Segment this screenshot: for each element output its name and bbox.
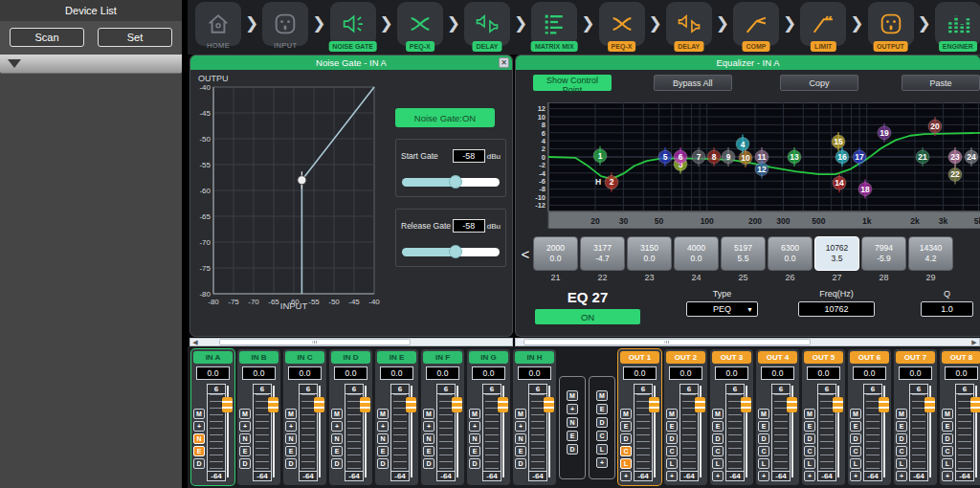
channel-button-d[interactable]: D xyxy=(193,458,205,469)
channel-button-e[interactable]: E xyxy=(331,446,343,456)
eq-q-input[interactable]: 1.0 xyxy=(921,301,973,317)
channel-button-d[interactable]: D xyxy=(896,433,907,444)
channel-gain-value[interactable]: 0.0 xyxy=(761,366,794,380)
channel-header[interactable]: OUT 2 xyxy=(666,351,705,364)
channel-gain-value[interactable]: 0.0 xyxy=(242,366,276,380)
bypass-all-button[interactable]: Bypass All xyxy=(654,75,732,91)
eq-freq-input[interactable]: 10762 xyxy=(798,301,875,317)
eq-band-button-29[interactable]: 143404.2 xyxy=(908,236,953,271)
channel-gain-value[interactable]: 0.0 xyxy=(807,366,840,380)
fader-handle[interactable] xyxy=(970,397,980,412)
channel-header[interactable]: IN D xyxy=(331,351,370,364)
noise-gate-hscrollbar[interactable]: ◀ xyxy=(189,338,513,346)
fader-slider[interactable] xyxy=(361,386,369,477)
channel-button-+[interactable]: + xyxy=(712,471,724,481)
toolbar-item-delay[interactable]: DELAY xyxy=(460,0,514,55)
channel-button-m[interactable]: M xyxy=(896,409,907,419)
channel-button-m[interactable]: M xyxy=(758,409,769,419)
channel-button-+[interactable]: + xyxy=(469,421,480,432)
release-gate-slider-handle[interactable] xyxy=(449,245,462,258)
channel-button-m[interactable]: M xyxy=(620,409,632,419)
channel-button-e[interactable]: E xyxy=(423,446,434,456)
channel-button-e[interactable]: E xyxy=(515,446,526,456)
fader-slider[interactable] xyxy=(788,386,796,477)
channel-button-e[interactable]: E xyxy=(712,421,724,432)
channel-button-c[interactable]: C xyxy=(758,446,769,456)
set-button[interactable]: Set xyxy=(98,28,172,47)
copy-button[interactable]: Copy xyxy=(780,75,858,91)
paste-button[interactable]: Paste xyxy=(902,75,980,91)
channel-button-n[interactable]: N xyxy=(377,433,389,444)
channel-button-m[interactable]: M xyxy=(193,409,205,419)
channel-header[interactable]: IN A xyxy=(193,351,233,364)
channel-button-d[interactable]: D xyxy=(377,458,389,469)
channel-header[interactable]: OUT 7 xyxy=(896,351,935,364)
fader-slider[interactable] xyxy=(315,386,323,477)
scrollbar-thumb[interactable] xyxy=(219,339,411,345)
channel-header[interactable]: IN C xyxy=(285,351,324,364)
channel-header[interactable]: IN F xyxy=(423,351,462,364)
channel-button-l[interactable]: L xyxy=(712,458,724,469)
toolbar-item-enginer[interactable]: ENGINER xyxy=(931,0,980,55)
fader-slider[interactable] xyxy=(545,386,553,477)
toolbar-item-peq-x[interactable]: PEQ-X xyxy=(595,0,649,55)
bus-button-m[interactable]: M xyxy=(596,390,608,401)
fader-handle[interactable] xyxy=(649,397,659,412)
channel-button-n[interactable]: N xyxy=(423,433,434,444)
fader-slider[interactable] xyxy=(971,386,980,477)
channel-button-c[interactable]: C xyxy=(942,446,953,456)
bus-button-e[interactable]: E xyxy=(596,404,608,414)
bus-button-+[interactable]: + xyxy=(596,457,608,468)
fader-handle[interactable] xyxy=(741,397,751,412)
channel-button-l[interactable]: L xyxy=(942,458,953,469)
toolbar-item-limit[interactable]: LIMIT xyxy=(796,0,850,55)
fader-handle[interactable] xyxy=(833,397,843,412)
channel-gain-value[interactable]: 0.0 xyxy=(853,366,886,380)
channel-button-+[interactable]: + xyxy=(331,421,343,432)
start-gate-slider-handle[interactable] xyxy=(449,175,462,189)
channel-gain-value[interactable]: 0.0 xyxy=(380,366,413,380)
noise-gate-on-button[interactable]: Noise Gate:ON xyxy=(395,108,495,127)
channel-button-e[interactable]: E xyxy=(239,446,251,456)
channel-gain-value[interactable]: 0.0 xyxy=(945,366,978,380)
channel-button-+[interactable]: + xyxy=(377,421,389,432)
eq-band-button-22[interactable]: 3177-4.7 xyxy=(580,236,625,271)
scroll-right-icon[interactable]: ▶ xyxy=(969,339,979,345)
eq-band-button-26[interactable]: 63000.0 xyxy=(768,236,813,271)
channel-button-n[interactable]: N xyxy=(469,433,480,444)
channel-button-n[interactable]: N xyxy=(239,433,251,444)
channel-header[interactable]: OUT 4 xyxy=(758,351,797,364)
channel-header[interactable]: OUT 5 xyxy=(804,351,843,364)
channel-button-n[interactable]: N xyxy=(193,433,205,444)
eq-band-button-24[interactable]: 40000.0 xyxy=(674,236,719,271)
channel-header[interactable]: IN G xyxy=(469,351,508,364)
device-tree-collapse[interactable] xyxy=(0,55,182,74)
channel-header[interactable]: OUT 8 xyxy=(942,351,980,364)
fader-handle[interactable] xyxy=(695,397,705,412)
channel-button-d[interactable]: D xyxy=(469,458,480,469)
fader-slider[interactable] xyxy=(407,386,415,477)
channel-button-m[interactable]: M xyxy=(423,409,434,419)
channel-button-l[interactable]: L xyxy=(666,458,678,469)
channel-button-c[interactable]: C xyxy=(850,446,861,456)
gate-threshold-handle[interactable] xyxy=(298,176,306,185)
fader-slider[interactable] xyxy=(925,386,934,477)
show-control-point-button[interactable]: Show Control Point xyxy=(533,75,612,91)
channel-button-m[interactable]: M xyxy=(666,409,678,419)
fader-handle[interactable] xyxy=(222,397,233,412)
channel-button-d[interactable]: D xyxy=(331,458,343,469)
toolbar-item-peq-x[interactable]: PEQ-X xyxy=(393,0,447,55)
channel-button-+[interactable]: + xyxy=(285,421,297,432)
channel-button-e[interactable]: E xyxy=(942,421,953,432)
channel-button-n[interactable]: N xyxy=(331,433,343,444)
channel-button-l[interactable]: L xyxy=(850,458,861,469)
channel-button-+[interactable]: + xyxy=(942,471,953,481)
channel-button-d[interactable]: D xyxy=(712,433,724,444)
scan-button[interactable]: Scan xyxy=(10,28,84,47)
channel-header[interactable]: OUT 6 xyxy=(850,351,889,364)
equalizer-hscrollbar[interactable]: ▶ xyxy=(515,338,980,346)
channel-button-e[interactable]: E xyxy=(620,421,632,432)
channel-button-m[interactable]: M xyxy=(850,409,861,419)
channel-button-+[interactable]: + xyxy=(620,471,632,481)
channel-button-+[interactable]: + xyxy=(423,421,434,432)
